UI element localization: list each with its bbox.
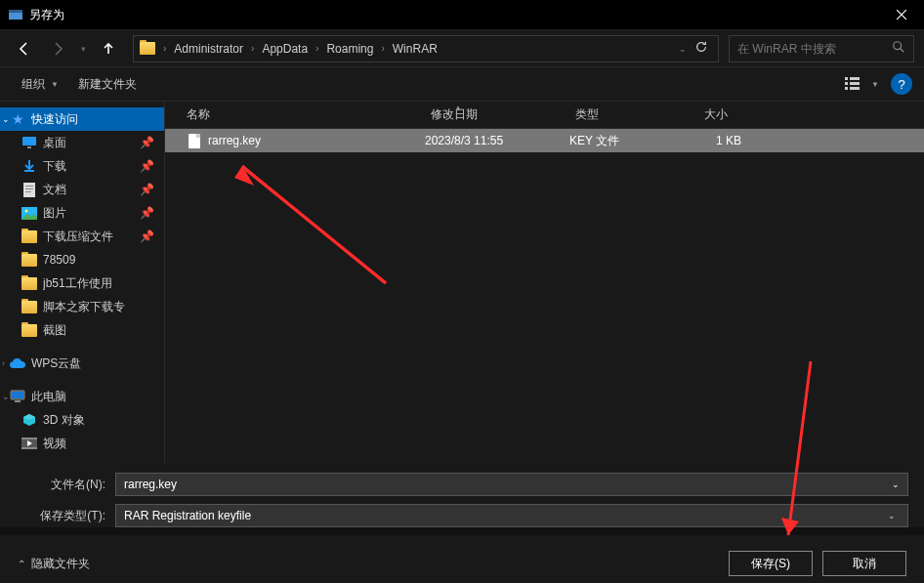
sidebar-item-folder-3[interactable]: jb51工作使用 — [0, 271, 164, 295]
up-button[interactable] — [94, 35, 123, 62]
expand-icon: › — [2, 358, 5, 368]
search-box[interactable] — [729, 35, 914, 62]
close-icon — [897, 10, 906, 20]
chevron-down-icon: ▼ — [51, 80, 59, 89]
svg-point-16 — [25, 209, 28, 212]
hide-folders-toggle[interactable]: ⌃ 隐藏文件夹 — [18, 556, 90, 572]
sidebar-item-label: 视频 — [43, 436, 156, 452]
forward-button[interactable] — [43, 35, 72, 62]
column-date[interactable]: 修改日期 — [423, 106, 567, 123]
save-button[interactable]: 保存(S) — [729, 551, 813, 576]
refresh-icon — [694, 40, 708, 54]
document-icon — [21, 182, 37, 197]
pin-icon: 📌 — [140, 159, 154, 173]
sidebar-item-thispc[interactable]: ⌄ 此电脑 — [0, 385, 164, 408]
svg-rect-6 — [850, 82, 860, 85]
arrow-up-icon — [101, 41, 116, 57]
pin-icon: 📌 — [140, 229, 154, 243]
sidebar-item-wps[interactable]: › WPS云盘 — [0, 352, 164, 375]
help-button[interactable]: ? — [891, 73, 912, 95]
arrow-left-icon — [17, 41, 32, 57]
organize-button[interactable]: 组织 ▼ — [12, 72, 68, 97]
file-date: 2023/8/3 11:55 — [417, 134, 562, 147]
svg-rect-21 — [21, 437, 37, 439]
sidebar-item-label: 此电脑 — [31, 389, 156, 405]
chevron-up-icon: ⌃ — [18, 559, 25, 569]
sidebar[interactable]: ⌄ ★ 快速访问 桌面 📌 下载 📌 文档 📌 图片 📌 下载压缩文件 📌 — [0, 102, 164, 463]
new-folder-button[interactable]: 新建文件夹 — [68, 72, 147, 97]
breadcrumb-appdata[interactable]: AppData — [256, 36, 314, 62]
sidebar-item-label: 快速访问 — [31, 111, 156, 128]
sidebar-item-label: WPS云盘 — [31, 355, 156, 372]
svg-rect-11 — [23, 183, 35, 197]
desktop-icon — [21, 135, 37, 150]
refresh-button[interactable] — [694, 40, 708, 57]
file-name: rarreg.key — [208, 134, 261, 147]
folder-icon — [21, 322, 37, 338]
folder-icon — [21, 252, 37, 268]
view-icon — [845, 76, 866, 92]
expand-icon: ⌄ — [2, 114, 10, 124]
filetype-select[interactable]: RAR Registration keyfile ⌄ — [115, 504, 908, 527]
breadcrumb-roaming[interactable]: Roaming — [320, 36, 379, 62]
search-input[interactable] — [737, 42, 888, 56]
svg-rect-7 — [845, 87, 848, 90]
svg-rect-1 — [9, 10, 22, 13]
sidebar-item-label: 下载压缩文件 — [43, 229, 134, 245]
svg-rect-8 — [850, 87, 860, 90]
sidebar-item-label: jb51工作使用 — [43, 275, 156, 292]
sidebar-item-folder-2[interactable]: 78509 — [0, 248, 164, 271]
sidebar-item-3d-objects[interactable]: 3D 对象 — [0, 408, 164, 432]
sidebar-item-downloads[interactable]: 下载 📌 — [0, 154, 164, 178]
svg-rect-13 — [25, 188, 33, 189]
back-button[interactable] — [10, 35, 39, 62]
sidebar-item-desktop[interactable]: 桌面 📌 — [0, 131, 164, 154]
breadcrumb-winrar[interactable]: WinRAR — [387, 36, 443, 62]
view-mode-button[interactable]: ▼ — [841, 74, 883, 94]
svg-rect-18 — [12, 392, 23, 398]
search-icon — [892, 40, 905, 57]
chevron-right-icon: › — [161, 43, 168, 54]
svg-rect-5 — [845, 82, 848, 85]
address-dropdown[interactable]: ⌄ — [679, 44, 687, 54]
hide-folders-label: 隐藏文件夹 — [31, 556, 90, 572]
sidebar-item-videos[interactable]: 视频 — [0, 432, 164, 455]
sidebar-item-pictures[interactable]: 图片 📌 — [0, 201, 164, 225]
column-name[interactable]: 名称 — [179, 106, 423, 123]
sidebar-item-label: 78509 — [43, 253, 156, 267]
filename-input-wrap[interactable]: ⌄ — [115, 473, 908, 496]
sidebar-item-folder-5[interactable]: 截图 — [0, 318, 164, 342]
chevron-down-icon[interactable]: ⌄ — [892, 479, 900, 489]
sidebar-item-label: 脚本之家下载专 — [43, 299, 156, 315]
address-bar[interactable]: › Administrator › AppData › Roaming › Wi… — [133, 35, 719, 62]
close-button[interactable] — [879, 0, 924, 29]
filename-input[interactable] — [124, 478, 892, 491]
sidebar-item-quick-access[interactable]: ⌄ ★ 快速访问 — [0, 107, 164, 131]
cloud-icon — [10, 355, 25, 371]
expand-icon: ⌄ — [2, 392, 10, 401]
chevron-right-icon: › — [379, 43, 386, 54]
cancel-button[interactable]: 取消 — [822, 551, 906, 576]
chevron-right-icon: › — [249, 43, 256, 54]
picture-icon — [21, 205, 37, 221]
svg-rect-10 — [27, 146, 31, 148]
sidebar-item-label: 截图 — [43, 322, 156, 339]
file-row-rarreg[interactable]: rarreg.key 2023/8/3 11:55 KEY 文件 1 KB — [165, 129, 924, 152]
sidebar-item-folder-4[interactable]: 脚本之家下载专 — [0, 295, 164, 318]
sidebar-item-folder-1[interactable]: 下载压缩文件 📌 — [0, 225, 164, 248]
chevron-right-icon: › — [314, 43, 320, 54]
app-icon — [8, 7, 23, 22]
breadcrumb-administrator[interactable]: Administrator — [168, 36, 249, 62]
filename-label: 文件名(N): — [16, 477, 115, 493]
sort-asc-icon: ▲ — [454, 104, 462, 112]
history-dropdown[interactable]: ▾ — [76, 44, 90, 54]
column-size[interactable]: 大小 — [696, 106, 924, 123]
footer-bar: ⌃ 隐藏文件夹 保存(S) 取消 — [0, 535, 924, 583]
new-folder-label: 新建文件夹 — [78, 76, 137, 93]
folder-icon — [21, 229, 37, 244]
pin-icon: 📌 — [140, 136, 154, 149]
column-type[interactable]: 类型 — [567, 106, 696, 123]
computer-icon — [10, 389, 25, 404]
file-size: 1 KB — [691, 134, 749, 147]
sidebar-item-documents[interactable]: 文档 📌 — [0, 178, 164, 201]
